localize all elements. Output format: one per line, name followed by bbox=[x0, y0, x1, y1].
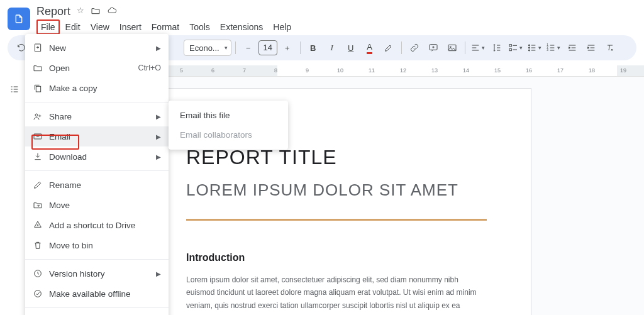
svg-rect-0 bbox=[17, 19, 20, 19]
menu-copy[interactable]: Make a copy bbox=[25, 78, 169, 98]
italic-button[interactable]: I bbox=[323, 39, 341, 57]
folder-open-icon bbox=[33, 63, 49, 73]
email-this-file[interactable]: Email this file bbox=[169, 106, 288, 125]
menu-extensions[interactable]: Extensions bbox=[216, 19, 267, 35]
svg-rect-1 bbox=[17, 20, 20, 21]
svg-rect-6 bbox=[509, 48, 511, 50]
body-paragraph[interactable]: Lorem ipsum dolor sit amet, consectetuer… bbox=[186, 274, 487, 315]
menu-help[interactable]: Help bbox=[269, 19, 296, 35]
svg-point-9 bbox=[529, 50, 530, 51]
menu-open[interactable]: OpenCtrl+O bbox=[25, 58, 169, 78]
svg-text:3: 3 bbox=[547, 48, 549, 52]
menu-shortcut[interactable]: Add a shortcut to Drive bbox=[25, 215, 169, 235]
svg-point-15 bbox=[35, 114, 38, 116]
line-spacing-button[interactable] bbox=[488, 39, 506, 57]
svg-point-18 bbox=[35, 290, 42, 297]
menu-version[interactable]: Version history▶ bbox=[25, 263, 169, 284]
file-dropdown: New▶ OpenCtrl+O Make a copy Share▶ Email… bbox=[25, 34, 169, 315]
bulleted-list-button[interactable]: ▾ bbox=[526, 39, 543, 57]
outline-toggle-icon[interactable] bbox=[6, 80, 23, 98]
rename-icon bbox=[33, 180, 49, 190]
svg-point-7 bbox=[529, 45, 530, 46]
svg-point-8 bbox=[529, 47, 530, 48]
offline-icon bbox=[33, 289, 49, 299]
insert-link-button[interactable] bbox=[406, 39, 423, 57]
email-icon bbox=[33, 131, 49, 141]
share-icon bbox=[33, 111, 49, 121]
docs-logo[interactable] bbox=[8, 8, 30, 30]
menu-edit[interactable]: Edit bbox=[61, 19, 85, 35]
drive-shortcut-icon bbox=[33, 220, 49, 230]
menu-bin[interactable]: Move to bin bbox=[25, 235, 169, 255]
menu-new[interactable]: New▶ bbox=[25, 38, 169, 58]
svg-rect-5 bbox=[509, 45, 511, 47]
trash-icon bbox=[33, 240, 49, 250]
menu-download[interactable]: Download▶ bbox=[25, 146, 169, 167]
move-folder-icon[interactable] bbox=[91, 6, 101, 18]
email-collaborators: Email collaborators bbox=[169, 125, 288, 145]
download-icon bbox=[33, 152, 49, 162]
add-comment-button[interactable] bbox=[425, 39, 442, 57]
history-icon bbox=[33, 268, 49, 279]
menu-tools[interactable]: Tools bbox=[185, 19, 214, 35]
subtitle[interactable]: LOREM IPSUM DOLOR SIT AMET bbox=[186, 180, 487, 200]
menu-share[interactable]: Share▶ bbox=[25, 106, 169, 126]
star-icon[interactable]: ☆ bbox=[77, 6, 84, 18]
indent-decrease-button[interactable] bbox=[564, 39, 581, 57]
new-doc-icon bbox=[33, 43, 49, 53]
email-submenu: Email this file Email collaborators bbox=[169, 101, 288, 150]
menu-view[interactable]: View bbox=[86, 19, 114, 35]
clear-formatting-button[interactable] bbox=[601, 39, 619, 57]
svg-rect-14 bbox=[36, 86, 40, 92]
menu-rename[interactable]: Rename bbox=[25, 175, 169, 195]
underline-button[interactable]: U bbox=[342, 39, 360, 57]
copy-icon bbox=[33, 83, 49, 93]
font-family-select[interactable]: Econo... bbox=[184, 40, 231, 56]
align-button[interactable]: ▾ bbox=[469, 39, 487, 57]
menu-move[interactable]: Move bbox=[25, 195, 169, 215]
cloud-status-icon[interactable] bbox=[107, 6, 117, 18]
intro-heading[interactable]: Introduction bbox=[186, 252, 487, 263]
insert-image-button[interactable] bbox=[443, 39, 461, 57]
menu-format[interactable]: Format bbox=[147, 19, 184, 35]
menu-email[interactable]: Email▶ bbox=[25, 126, 169, 146]
accent-divider bbox=[186, 219, 487, 221]
header: Report ☆ File Edit View Insert Format To… bbox=[0, 0, 644, 35]
document-title[interactable]: Report bbox=[36, 5, 70, 18]
checklist-button[interactable]: ▾ bbox=[507, 39, 525, 57]
font-size-input[interactable]: 14 bbox=[258, 40, 277, 55]
svg-rect-16 bbox=[34, 134, 42, 139]
indent-increase-button[interactable] bbox=[582, 39, 600, 57]
font-size-decrease[interactable]: − bbox=[240, 39, 257, 57]
menu-details[interactable]: Details bbox=[25, 312, 169, 315]
text-color-button[interactable]: A bbox=[361, 39, 379, 57]
numbered-list-button[interactable]: 123▾ bbox=[545, 39, 562, 57]
menu-insert[interactable]: Insert bbox=[115, 19, 146, 35]
menu-file[interactable]: File bbox=[36, 19, 60, 35]
menu-offline[interactable]: Make available offline bbox=[25, 284, 169, 304]
menubar: File Edit View Insert Format Tools Exten… bbox=[36, 19, 296, 35]
move-icon bbox=[33, 200, 49, 210]
font-size-increase[interactable]: + bbox=[279, 39, 296, 57]
highlight-button[interactable] bbox=[380, 39, 397, 57]
bold-button[interactable]: B bbox=[304, 39, 322, 57]
